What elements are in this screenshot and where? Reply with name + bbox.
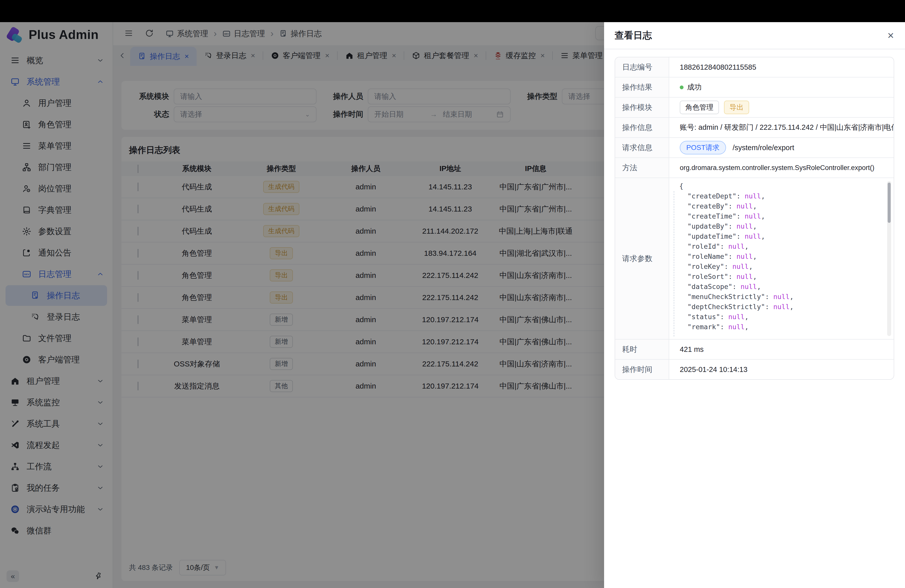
log-detail-drawer: 查看日志 × 日志编号1882612840802115585操作结果成功操作模块… bbox=[604, 22, 905, 588]
detail-label: 操作信息 bbox=[615, 118, 669, 137]
log-detail-table: 日志编号1882612840802115585操作结果成功操作模块角色管理导出操… bbox=[614, 57, 894, 380]
detail-value-status: 成功 bbox=[669, 78, 894, 97]
detail-row-操作时间: 操作时间2025-01-24 10:14:13 bbox=[615, 360, 894, 379]
status-dot-success bbox=[680, 86, 684, 89]
detail-label: 操作模块 bbox=[615, 98, 669, 117]
drawer-header: 查看日志 × bbox=[604, 22, 905, 49]
detail-value: 1882612840802115585 bbox=[669, 57, 894, 77]
post-method-tag: POST请求 bbox=[680, 141, 726, 154]
detail-row-耗时: 耗时421 ms bbox=[615, 340, 894, 360]
module-tag: 角色管理 bbox=[680, 100, 719, 114]
app-root: Plus Admin 概览系统管理用户管理角色管理菜单管理部门管理岗位管理字典管… bbox=[0, 0, 905, 588]
drawer-body: 日志编号1882612840802115585操作结果成功操作模块角色管理导出操… bbox=[604, 49, 905, 588]
detail-row-方法: 方法org.dromara.system.controller.system.S… bbox=[615, 158, 894, 178]
detail-row-请求参数: 请求参数{ "createDept": null, "createBy": nu… bbox=[615, 178, 894, 340]
drawer-title: 查看日志 bbox=[614, 29, 652, 42]
json-scrollbar[interactable] bbox=[887, 181, 891, 336]
detail-label: 请求信息 bbox=[615, 138, 669, 157]
detail-label: 操作结果 bbox=[615, 78, 669, 97]
module-tag: 导出 bbox=[724, 100, 749, 114]
detail-value: 账号: admin / 研发部门 / 222.175.114.242 / 中国|… bbox=[669, 118, 894, 137]
detail-value: org.dromara.system.controller.system.Sys… bbox=[669, 158, 894, 178]
detail-row-请求信息: 请求信息POST请求/system/role/export bbox=[615, 138, 894, 158]
detail-value-request: POST请求/system/role/export bbox=[669, 138, 894, 157]
detail-label: 方法 bbox=[615, 158, 669, 178]
detail-value-tags: 角色管理导出 bbox=[669, 98, 894, 117]
detail-row-操作结果: 操作结果成功 bbox=[615, 78, 894, 98]
detail-label: 日志编号 bbox=[615, 57, 669, 77]
request-url: /system/role/export bbox=[732, 144, 794, 152]
detail-value-json: { "createDept": null, "createBy": null, … bbox=[669, 178, 894, 339]
close-icon[interactable]: × bbox=[888, 30, 894, 41]
detail-row-日志编号: 日志编号1882612840802115585 bbox=[615, 57, 894, 78]
modal-overlay[interactable] bbox=[0, 22, 604, 588]
detail-label: 请求参数 bbox=[615, 178, 669, 339]
json-scrollbar-thumb[interactable] bbox=[888, 183, 891, 223]
detail-row-操作模块: 操作模块角色管理导出 bbox=[615, 98, 894, 118]
detail-value: 421 ms bbox=[669, 340, 894, 359]
detail-value: 2025-01-24 10:14:13 bbox=[669, 360, 894, 379]
detail-row-操作信息: 操作信息账号: admin / 研发部门 / 222.175.114.242 /… bbox=[615, 118, 894, 138]
window-chrome-bar bbox=[0, 0, 905, 22]
indent-guide bbox=[674, 191, 674, 337]
status-text: 成功 bbox=[687, 82, 702, 92]
json-params[interactable]: { "createDept": null, "createBy": null, … bbox=[679, 181, 794, 339]
detail-label: 耗时 bbox=[615, 340, 669, 359]
detail-label: 操作时间 bbox=[615, 360, 669, 379]
